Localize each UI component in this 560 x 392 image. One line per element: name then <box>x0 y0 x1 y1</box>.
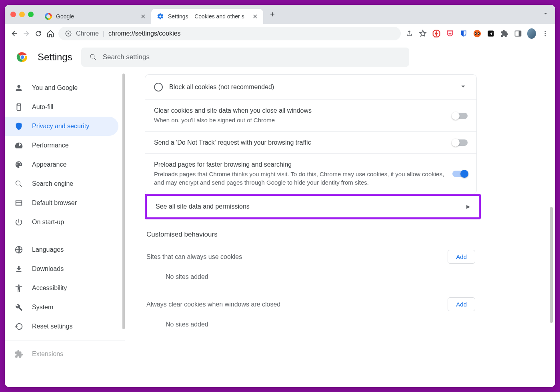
toolbar-actions <box>405 29 550 38</box>
close-window-button[interactable] <box>10 12 16 17</box>
puzzle-icon <box>14 350 23 358</box>
chevron-down-icon <box>459 82 468 92</box>
option-block-all-cookies[interactable]: Block all cookies (not recommended) <box>145 75 476 99</box>
svg-point-12 <box>545 33 546 34</box>
setting-do-not-track[interactable]: Send a 'Do Not Track' request with your … <box>145 131 476 153</box>
reload-button[interactable] <box>34 30 42 38</box>
profile-avatar[interactable] <box>527 29 536 38</box>
wrench-icon <box>14 303 23 312</box>
svg-point-11 <box>545 31 546 32</box>
sidebar-item-system[interactable]: System <box>5 298 118 317</box>
sidebar-item-privacy-security[interactable]: Privacy and security <box>5 117 118 136</box>
no-sites-label-2: No sites added <box>145 318 477 338</box>
extension-adblock-icon[interactable] <box>432 29 441 38</box>
setting-clear-on-close[interactable]: Clear cookies and site data when you clo… <box>145 99 476 131</box>
svg-rect-10 <box>519 31 521 36</box>
settings-header: Settings Search settings <box>5 43 555 71</box>
close-tab-button[interactable]: ✕ <box>252 13 258 20</box>
forward-button[interactable] <box>22 30 30 38</box>
toggle-clear-on-close[interactable] <box>452 113 468 119</box>
power-icon <box>14 218 23 227</box>
globe-icon <box>14 245 23 254</box>
omnibox-scheme: Chrome <box>76 30 99 37</box>
add-always-clear-button[interactable]: Add <box>448 297 475 311</box>
tab-title: Google <box>56 13 136 20</box>
extension-privacy-badger-icon[interactable] <box>473 29 482 38</box>
svg-point-3 <box>474 30 481 37</box>
browser-window: Google ✕ Settings – Cookies and other s … <box>5 5 555 387</box>
tab-google[interactable]: Google ✕ <box>39 9 151 24</box>
add-always-use-button[interactable]: Add <box>448 250 475 264</box>
sidebar-item-languages[interactable]: Languages <box>5 240 118 259</box>
extension-bitwarden-icon[interactable] <box>459 29 468 38</box>
person-icon <box>14 84 23 92</box>
see-all-site-data-button[interactable]: See all site data and permissions ▶ <box>145 194 481 219</box>
new-tab-button[interactable]: + <box>266 8 279 21</box>
google-favicon-icon <box>45 13 52 20</box>
section-customised-behaviours: Customised behaviours <box>145 219 477 243</box>
svg-point-7 <box>478 33 479 34</box>
sidebar-item-appearance[interactable]: Appearance <box>5 155 118 174</box>
site-info-icon <box>65 30 72 37</box>
browser-icon <box>14 199 23 207</box>
accessibility-icon <box>14 284 23 293</box>
maximize-window-button[interactable] <box>28 12 34 17</box>
sidebar-item-reset-settings[interactable]: Reset settings <box>5 317 118 336</box>
side-panel-icon[interactable] <box>514 29 522 38</box>
row-sites-always-use-cookies: Sites that can always use cookies Add <box>145 243 477 271</box>
bookmark-star-icon[interactable] <box>418 29 427 38</box>
search-settings-input[interactable]: Search settings <box>81 48 409 67</box>
main-content: Block all cookies (not recommended) Clea… <box>125 71 555 387</box>
toggle-preload[interactable] <box>452 171 468 177</box>
extensions-puzzle-icon[interactable] <box>500 29 509 38</box>
sidebar-item-extensions[interactable]: Extensions <box>5 344 118 364</box>
restore-icon <box>14 322 23 331</box>
sidebar-item-default-browser[interactable]: Default browser <box>5 193 118 213</box>
chrome-logo-icon <box>16 51 29 64</box>
window-controls <box>10 12 34 17</box>
download-icon <box>14 265 23 273</box>
sidebar-item-you-and-google[interactable]: You and Google <box>5 78 118 98</box>
no-sites-label: No sites added <box>145 271 477 290</box>
toolbar: Chrome | chrome://settings/cookies <box>5 24 555 43</box>
tabs-dropdown-button[interactable] <box>542 10 549 18</box>
sidebar-item-on-startup[interactable]: On start-up <box>5 213 118 232</box>
tab-settings[interactable]: Settings – Cookies and other s ✕ <box>151 9 263 24</box>
sidebar-item-accessibility[interactable]: Accessibility <box>5 279 118 298</box>
palette-icon <box>14 160 23 169</box>
row-always-clear-cookies: Always clear cookies when windows are cl… <box>145 290 477 318</box>
sidebar-divider <box>5 340 125 340</box>
extension-send-icon[interactable] <box>486 29 495 38</box>
chevron-right-icon: ▶ <box>466 204 470 209</box>
share-icon[interactable] <box>405 29 414 38</box>
tab-strip: Google ✕ Settings – Cookies and other s … <box>5 5 555 24</box>
cookies-card: Block all cookies (not recommended) Clea… <box>145 74 477 194</box>
sidebar-item-performance[interactable]: Performance <box>5 136 118 155</box>
close-tab-button[interactable]: ✕ <box>140 13 146 20</box>
extension-pocket-icon[interactable] <box>446 29 454 38</box>
back-button[interactable] <box>10 30 18 38</box>
sidebar: You and Google Auto-fill Privacy and sec… <box>5 71 125 387</box>
search-icon <box>14 179 23 188</box>
setting-preload-pages[interactable]: Preload pages for faster browsing and se… <box>145 153 476 194</box>
shield-icon <box>14 122 23 131</box>
search-icon <box>89 53 97 61</box>
sidebar-divider <box>5 236 125 236</box>
clipboard-icon <box>14 103 23 111</box>
settings-favicon-icon <box>157 13 164 20</box>
home-button[interactable] <box>46 30 54 38</box>
kebab-menu-icon[interactable] <box>541 29 550 38</box>
svg-point-1 <box>68 32 70 34</box>
tab-title: Settings – Cookies and other s <box>168 13 248 20</box>
minimize-window-button[interactable] <box>19 12 25 17</box>
sidebar-item-downloads[interactable]: Downloads <box>5 259 118 279</box>
address-bar[interactable]: Chrome | chrome://settings/cookies <box>58 27 401 40</box>
svg-point-13 <box>545 35 546 36</box>
radio-icon <box>154 83 163 92</box>
settings-body: You and Google Auto-fill Privacy and sec… <box>5 71 555 387</box>
sidebar-item-search-engine[interactable]: Search engine <box>5 174 118 193</box>
sidebar-item-autofill[interactable]: Auto-fill <box>5 98 118 117</box>
svg-point-6 <box>475 33 476 34</box>
toggle-dnt[interactable] <box>452 139 468 146</box>
page-title: Settings <box>38 52 72 63</box>
